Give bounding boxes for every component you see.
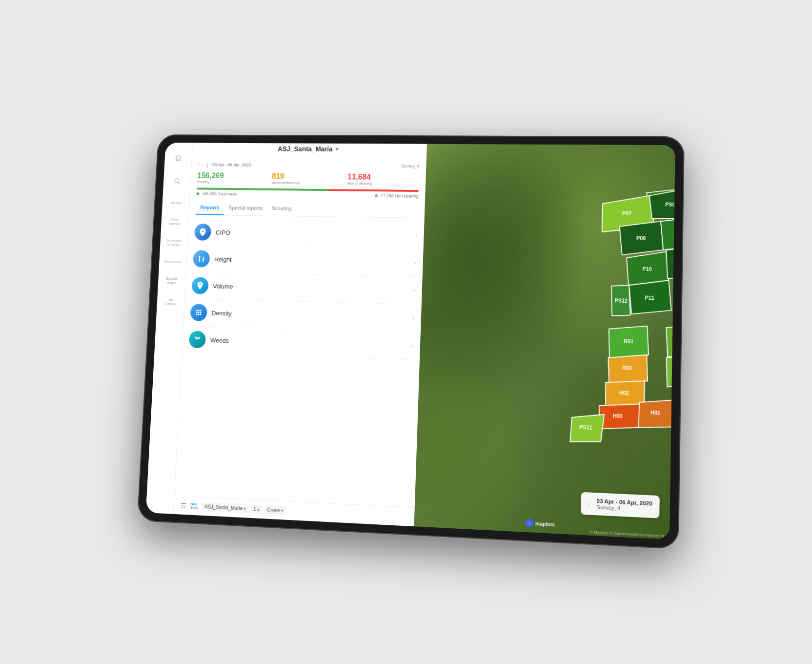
menu-icon[interactable]: ☰ xyxy=(181,501,187,510)
height-label: Height xyxy=(214,255,414,267)
report-item-cipo[interactable]: CIPO › xyxy=(187,219,424,249)
report-item-height[interactable]: Height › xyxy=(186,246,423,277)
tablet-screen: Health Tree Metrics Diseases & Pests Rep… xyxy=(146,143,675,540)
map-satellite-bg: PS01 PS02 PS03 P03 P06 P07 xyxy=(414,144,675,540)
plot-select-chevron: ▴ xyxy=(257,506,259,512)
non-bearing-value: 17,286 xyxy=(381,193,394,198)
healthy-label: Healthy xyxy=(197,180,266,185)
density-label: Density xyxy=(211,309,412,321)
svg-point-9 xyxy=(200,314,201,315)
svg-point-8 xyxy=(198,313,199,315)
grove-select[interactable]: Grove ▾ xyxy=(264,505,286,515)
svg-marker-70 xyxy=(666,323,675,358)
svg-text:R01: R01 xyxy=(624,339,634,345)
svg-text:PS04: PS04 xyxy=(665,202,675,208)
search-icon xyxy=(172,176,183,186)
svg-point-7 xyxy=(196,313,197,315)
seetree-logo: SeeTree xyxy=(190,502,199,510)
healthy-dot xyxy=(197,192,200,195)
non-bearing-label: Non bearing xyxy=(395,193,419,198)
weeds-icon xyxy=(189,331,206,348)
cipo-label: CIPO xyxy=(215,229,415,239)
stat-non-producing: 11,684 Non producing xyxy=(347,173,419,187)
svg-marker-44 xyxy=(666,244,675,279)
app-title-bar: ASJ_Santa_Maria ▾ xyxy=(192,143,427,158)
density-icon xyxy=(190,304,207,321)
sidebar-item-repository[interactable]: Repository xyxy=(163,254,182,269)
grove-select-chevron: ▾ xyxy=(281,508,283,513)
svg-text:P08: P08 xyxy=(636,235,646,241)
sidebar-item-all-labels[interactable]: All Labels xyxy=(164,292,176,311)
title-chevron[interactable]: ▾ xyxy=(335,146,338,152)
svg-text:H02: H02 xyxy=(619,390,629,396)
plot-select[interactable]: 1 ▴ xyxy=(250,505,263,514)
svg-point-98 xyxy=(528,521,531,525)
weeds-label: Weeds xyxy=(210,336,412,350)
farm-name: ASJ_Santa_Maria xyxy=(278,145,333,153)
health-color-bars xyxy=(197,187,419,192)
volume-icon xyxy=(191,277,209,294)
tab-reports[interactable]: Reports xyxy=(195,201,224,215)
svg-point-2 xyxy=(198,310,200,311)
mapbox-logo-icon xyxy=(525,519,533,528)
total-trees-label: Total trees xyxy=(218,192,237,197)
nav-forward-btn[interactable]: › xyxy=(202,161,203,167)
svg-text:H03: H03 xyxy=(613,413,623,419)
tablet-device: Health Tree Metrics Diseases & Pests Rep… xyxy=(137,134,685,549)
sidebar-item-tree-metrics[interactable]: Tree Metrics xyxy=(168,212,181,231)
home-icon xyxy=(173,153,183,163)
svg-point-1 xyxy=(196,310,198,311)
under-label: Underperforming xyxy=(271,181,342,186)
non-value: 11,684 xyxy=(347,173,419,182)
mapbox-label: mapbox xyxy=(535,520,555,527)
cipo-icon xyxy=(194,224,212,241)
svg-marker-28 xyxy=(660,216,675,251)
map-area[interactable]: PS01 PS02 PS03 P03 P06 P07 xyxy=(414,144,675,540)
date-range-label: 03 Apr - 06 Apr, 2020 xyxy=(212,162,251,167)
search-nav-item[interactable] xyxy=(171,171,183,191)
date-nav-row: ‹ › ›| 03 Apr - 06 Apr, 2020 Survey_4 xyxy=(198,161,419,169)
sidebar-item-special-maps[interactable]: Special maps xyxy=(165,270,179,290)
sidebar-right-panel: ASJ_Santa_Maria ▾ ‹ › ›| 03 Apr - 06 Apr… xyxy=(174,143,427,527)
footer-selects: ASJ_Santa_Maria ▾ 1 ▴ Grove ▾ xyxy=(202,502,286,515)
svg-text:PS12: PS12 xyxy=(615,297,628,303)
nav-back-btn[interactable]: ‹ xyxy=(198,161,200,167)
volume-label: Volume xyxy=(213,282,413,294)
sidebar-item-health[interactable]: Health xyxy=(170,195,182,210)
tab-special-reports[interactable]: Special reports xyxy=(223,201,267,216)
svg-point-3 xyxy=(200,310,202,311)
tab-scouting[interactable]: Scouting xyxy=(267,202,297,216)
svg-point-4 xyxy=(196,311,198,313)
svg-text:PS11: PS11 xyxy=(579,425,592,431)
sidebar-item-diseases-pests[interactable]: Diseases & Pests xyxy=(166,233,182,252)
farm-select-chevron: ▾ xyxy=(244,506,246,511)
svg-text:P07: P07 xyxy=(622,210,632,216)
svg-text:R02: R02 xyxy=(622,365,632,371)
nav-skip-btn[interactable]: ›| xyxy=(205,161,208,167)
farm-select[interactable]: ASJ_Santa_Maria ▾ xyxy=(202,502,249,513)
total-row: 186,058 Total trees 17,286 Non bearing xyxy=(196,191,418,199)
survey-label: Survey_4 xyxy=(401,164,420,168)
non-label: Non producing xyxy=(347,181,419,186)
svg-text:P10: P10 xyxy=(642,266,652,272)
svg-marker-72 xyxy=(666,353,675,388)
svg-text:P11: P11 xyxy=(645,295,654,301)
svg-text:H01: H01 xyxy=(650,410,661,416)
stat-underperforming: 819 Underperforming xyxy=(271,172,342,185)
report-item-weeds[interactable]: Weeds › xyxy=(182,326,421,360)
home-nav-item[interactable] xyxy=(173,148,183,168)
map-info-box: ‹ 03 Apr - 06 Apr, 2020 Survey_4 xyxy=(581,492,660,519)
total-trees-value: 186,058 xyxy=(202,191,217,196)
height-chevron: › xyxy=(414,259,416,266)
cipo-chevron: › xyxy=(415,232,417,239)
density-chevron: › xyxy=(412,314,414,321)
map-info-arrow[interactable]: ‹ xyxy=(588,499,590,508)
height-icon xyxy=(193,250,210,267)
svg-point-6 xyxy=(200,311,201,313)
fields-svg: PS01 PS02 PS03 P03 P06 P07 xyxy=(414,144,675,540)
reports-list: CIPO › Height › xyxy=(175,215,425,507)
under-value: 819 xyxy=(272,172,342,181)
volume-chevron: › xyxy=(413,287,415,294)
stat-healthy: 156,269 Healthy xyxy=(197,171,266,185)
weeds-chevron: › xyxy=(411,342,413,349)
